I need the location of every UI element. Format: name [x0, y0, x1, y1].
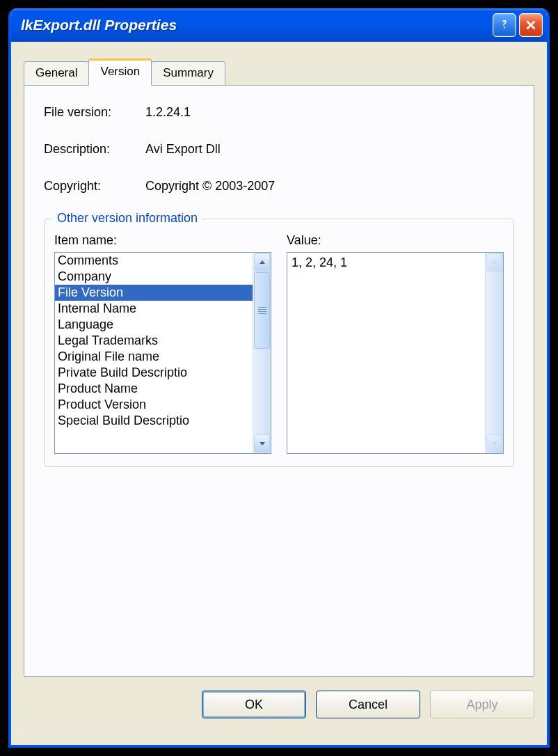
copyright-label: Copyright: [44, 179, 145, 194]
tab-label: Summary [163, 66, 214, 79]
item-name-label: Item name: [54, 233, 271, 248]
value-label: Value: [287, 233, 504, 248]
titlebar[interactable]: lkExport.dll Properties [11, 8, 547, 42]
list-item[interactable]: Legal Trademarks [55, 333, 253, 349]
value-text: 1, 2, 24, 1 [287, 253, 485, 453]
list-item[interactable]: Company [55, 269, 253, 285]
tab-version[interactable]: Version [88, 58, 152, 86]
scroll-down-button[interactable] [254, 434, 270, 452]
list-item-selected[interactable]: File Version [55, 285, 253, 301]
item-name-listbox[interactable]: Comments Company File Version Internal N… [54, 252, 271, 454]
scroll-down-button [486, 434, 502, 452]
client-area: General Version Summary File version: 1.… [11, 42, 547, 745]
close-icon [523, 17, 539, 33]
properties-dialog: lkExport.dll Properties General Version … [8, 8, 550, 748]
apply-button: Apply [430, 691, 534, 718]
scroll-thumb[interactable] [254, 272, 270, 349]
list-item[interactable]: Product Name [55, 381, 253, 397]
scroll-up-button [486, 253, 502, 271]
tab-label: General [35, 66, 77, 79]
list-item[interactable]: Private Build Descriptio [55, 365, 253, 381]
version-info: File version: 1.2.24.1 Description: Avi … [44, 105, 514, 194]
grip-icon [258, 307, 266, 314]
list-item[interactable]: Internal Name [55, 301, 253, 317]
help-button[interactable] [493, 13, 516, 37]
cancel-button[interactable]: Cancel [316, 691, 420, 718]
scrollbar[interactable] [253, 253, 271, 453]
other-version-info-group: Other version information Item name: Com… [44, 219, 514, 467]
tabs-row: General Version Summary [24, 58, 534, 85]
file-version-label: File version: [44, 105, 145, 120]
description-label: Description: [44, 142, 145, 157]
list-item[interactable]: Comments [55, 253, 253, 269]
scroll-up-button[interactable] [254, 253, 270, 271]
dialog-buttons: OK Cancel Apply [24, 691, 534, 718]
list-item[interactable]: Original File name [55, 349, 253, 365]
close-button[interactable] [519, 13, 543, 37]
item-name-column: Item name: Comments Company File Version… [54, 233, 271, 454]
chevron-down-icon [491, 439, 499, 448]
titlebar-buttons [493, 13, 543, 37]
list-item[interactable]: Product Version [55, 397, 253, 413]
description-value: Avi Export Dll [145, 142, 221, 157]
listbox-row: Item name: Comments Company File Version… [54, 233, 504, 454]
scrollbar [485, 253, 503, 453]
listbox-items: Comments Company File Version Internal N… [55, 253, 253, 453]
list-item[interactable]: Language [55, 317, 253, 333]
tab-content-version: File version: 1.2.24.1 Description: Avi … [24, 85, 534, 677]
copyright-row: Copyright: Copyright © 2003-2007 [44, 179, 514, 194]
tab-general[interactable]: General [24, 61, 89, 85]
file-version-value: 1.2.24.1 [145, 105, 191, 120]
file-version-row: File version: 1.2.24.1 [44, 105, 514, 120]
chevron-up-icon [491, 258, 499, 267]
tab-summary[interactable]: Summary [151, 61, 225, 85]
description-row: Description: Avi Export Dll [44, 142, 514, 157]
tab-label: Version [100, 65, 140, 78]
copyright-value: Copyright © 2003-2007 [145, 179, 275, 194]
value-column: Value: 1, 2, 24, 1 [287, 233, 504, 454]
chevron-down-icon [258, 439, 266, 448]
ok-button[interactable]: OK [202, 691, 306, 718]
question-mark-icon [497, 17, 512, 33]
list-item[interactable]: Special Build Descriptio [55, 413, 253, 429]
window-title: lkExport.dll Properties [21, 17, 177, 33]
chevron-up-icon [258, 258, 266, 267]
value-display: 1, 2, 24, 1 [287, 252, 504, 454]
group-title: Other version information [53, 211, 202, 226]
